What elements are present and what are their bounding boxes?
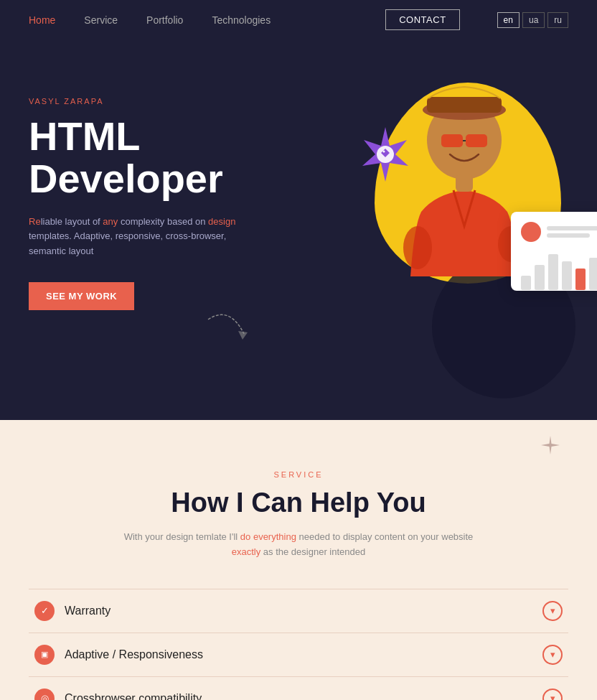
accordion-item-warranty[interactable]: ✓ Warranty ▾ <box>29 589 568 633</box>
hero-subtitle: VASYL ZARAPA <box>29 97 244 106</box>
service-section: SERVICE How I Can Help You With your des… <box>0 420 597 700</box>
hero-section: VASYL ZARAPA HTML Developer Reliable lay… <box>0 39 597 420</box>
svg-rect-3 <box>466 134 487 147</box>
mockup-bar <box>535 265 545 290</box>
deco-curve-arrow <box>201 312 258 348</box>
mockup-bar <box>562 261 572 290</box>
acc-label-adaptive: Adaptive / Responsiveness <box>65 648 542 661</box>
svg-rect-2 <box>441 134 463 147</box>
svg-marker-0 <box>238 331 248 340</box>
contact-button[interactable]: CONTACT <box>385 9 459 30</box>
mockup-circle <box>521 222 541 242</box>
navbar: Home Service Portfolio Technologies CONT… <box>0 0 597 39</box>
hero-visual <box>296 39 597 420</box>
mockup-line-1 <box>547 226 597 230</box>
mockup-lines <box>547 226 597 238</box>
acc-chevron-crossbrowser[interactable]: ▾ <box>542 689 563 700</box>
hero-content: VASYL ZARAPA HTML Developer Reliable lay… <box>29 83 244 310</box>
acc-icon-adaptive: ▣ <box>34 645 55 665</box>
service-label: SERVICE <box>29 470 568 479</box>
accordion-item-crossbrowser[interactable]: ◎ Crossbrowser compatibility ▾ <box>29 677 568 700</box>
mockup-line-2 <box>547 233 590 238</box>
svg-rect-7 <box>456 174 473 192</box>
service-accordion: ✓ Warranty ▾ ▣ Adaptive / Responsiveness… <box>29 589 568 700</box>
acc-label-crossbrowser: Crossbrowser compatibility <box>65 692 542 700</box>
nav-home[interactable]: Home <box>29 14 55 26</box>
svg-point-12 <box>383 151 385 153</box>
accordion-item-adaptive[interactable]: ▣ Adaptive / Responsiveness ▾ <box>29 633 568 677</box>
service-title: How I Can Help You <box>29 487 568 518</box>
language-switcher: en ua ru <box>497 12 568 28</box>
nav-portfolio[interactable]: Portfolio <box>146 14 183 26</box>
nav-technologies[interactable]: Technologies <box>212 14 271 26</box>
acc-label-warranty: Warranty <box>65 605 542 617</box>
acc-chevron-warranty[interactable]: ▾ <box>542 601 563 621</box>
hero-description: Reliable layout of any complexity based … <box>29 215 244 259</box>
mockup-bar <box>548 254 558 290</box>
mockup-bar <box>589 258 597 290</box>
see-my-work-button[interactable]: SEE MY WORK <box>29 282 134 310</box>
mockup-bar <box>575 269 586 290</box>
acc-chevron-adaptive[interactable]: ▾ <box>542 645 563 665</box>
acc-icon-crossbrowser: ◎ <box>34 689 55 700</box>
hero-title: HTML Developer <box>29 116 244 200</box>
svg-rect-6 <box>427 97 502 113</box>
mockup-bars <box>521 251 597 290</box>
acc-icon-warranty: ✓ <box>34 601 55 621</box>
mockup-card <box>511 212 597 291</box>
star-burst-deco <box>357 126 414 183</box>
lang-ru[interactable]: ru <box>547 12 568 28</box>
deco-star <box>540 434 561 459</box>
mockup-bar <box>521 276 531 290</box>
lang-ua[interactable]: ua <box>522 12 545 28</box>
nav-service[interactable]: Service <box>84 14 118 26</box>
svg-point-8 <box>403 226 432 269</box>
lang-en[interactable]: en <box>497 12 520 28</box>
service-description: With your design temlate I'll do everyth… <box>112 530 485 560</box>
